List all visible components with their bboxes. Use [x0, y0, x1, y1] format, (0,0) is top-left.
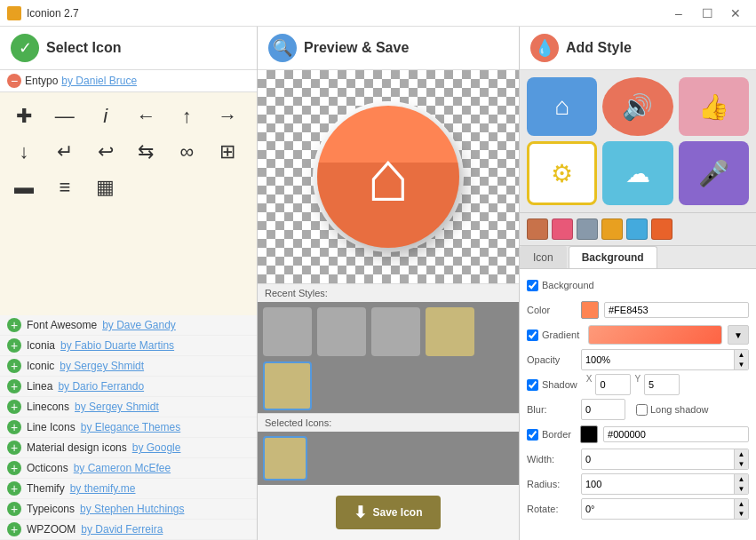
font-item[interactable]: + Line Icons by Elegance Themes — [0, 417, 257, 438]
recent-style-thumb[interactable] — [263, 361, 312, 410]
font-item-author[interactable]: by Dario Ferrando — [58, 380, 144, 393]
background-check[interactable]: Background — [527, 280, 594, 291]
font-item-author[interactable]: by Cameron McEfee — [74, 462, 171, 474]
icon-cell[interactable]: ▦ — [89, 171, 123, 204]
font-item[interactable]: + Material design icons by Google — [0, 438, 257, 458]
radius-input[interactable] — [582, 477, 734, 491]
icon-cell[interactable]: ↑ — [170, 99, 203, 133]
shadow-check[interactable]: Shadow — [527, 379, 577, 391]
maximize-button[interactable]: ☐ — [694, 0, 720, 27]
style-thumb[interactable]: ⚙ — [527, 141, 597, 205]
style-thumb[interactable]: 👍 — [679, 77, 749, 136]
font-item-author[interactable]: by Sergey Shmidt — [75, 401, 159, 413]
border-color-input[interactable] — [603, 426, 749, 442]
font-item[interactable]: + Linea by Dario Ferrando — [0, 377, 257, 397]
style-thumb[interactable]: 🎤 — [679, 141, 749, 205]
style-thumb[interactable]: ☁ — [602, 141, 672, 205]
close-button[interactable]: ✕ — [722, 0, 749, 27]
swatch[interactable] — [626, 218, 648, 240]
font-item-author[interactable]: by David Ferreira — [81, 523, 163, 536]
style-thumb[interactable]: 🔊 — [602, 77, 672, 136]
font-item[interactable]: + Octicons by Cameron McEfee — [0, 458, 257, 479]
gradient-check[interactable]: Gradient — [527, 330, 579, 341]
border-color-swatch[interactable] — [580, 425, 598, 443]
font-item[interactable]: + Linecons by Sergey Shmidt — [0, 397, 257, 417]
minimize-button[interactable]: – — [665, 0, 692, 27]
shadow-x-input[interactable] — [596, 377, 631, 392]
font-item-author[interactable]: by Sergey Shmidt — [60, 360, 144, 372]
swatch[interactable] — [651, 218, 672, 240]
font-item-name: Linea — [27, 380, 52, 393]
shadow-checkbox[interactable] — [527, 379, 538, 391]
font-item[interactable]: + Iconic by Sergey Shmidt — [0, 356, 257, 377]
icon-grid: ✚ — i ← ↑ → ↓ ↵ ↩ ⇆ ∞ ⊞ ▬ ≡ ▦ — [4, 96, 253, 208]
recent-style-thumb[interactable] — [317, 307, 366, 356]
gradient-dropdown-button[interactable]: ▼ — [728, 325, 749, 345]
font-item-author[interactable]: by themify.me — [70, 482, 136, 495]
opacity-input[interactable] — [582, 353, 734, 367]
border-check[interactable]: Border — [527, 429, 571, 441]
icon-cell[interactable]: ↩ — [89, 135, 123, 169]
blur-input[interactable] — [582, 402, 625, 417]
width-input[interactable] — [582, 452, 734, 466]
recent-style-thumb[interactable] — [426, 307, 474, 356]
swatch[interactable] — [577, 218, 598, 240]
icon-cell[interactable]: i — [89, 99, 123, 133]
tab-icon[interactable]: Icon — [520, 246, 567, 268]
icon-cell[interactable]: ← — [129, 99, 163, 133]
font-item-author[interactable]: by Elegance Themes — [81, 421, 181, 433]
tab-background[interactable]: Background — [569, 246, 657, 268]
rotate-input[interactable] — [582, 502, 734, 516]
remove-font-button[interactable]: − — [7, 74, 21, 88]
recent-style-thumb[interactable] — [263, 307, 312, 356]
recent-style-thumb[interactable] — [371, 307, 420, 356]
icon-cell[interactable]: ▬ — [7, 171, 41, 204]
rotate-down-button[interactable]: ▼ — [734, 509, 748, 519]
font-item-author[interactable]: by Dave Gandy — [102, 319, 176, 331]
width-up-button[interactable]: ▲ — [734, 449, 748, 459]
font-item[interactable]: + Typeicons by Stephen Hutchings — [0, 499, 257, 520]
font-item[interactable]: + Iconia by Fabio Duarte Martins — [0, 336, 257, 356]
font-item-author[interactable]: by Stephen Hutchings — [80, 503, 184, 515]
icon-cell[interactable]: ✚ — [7, 99, 41, 133]
font-item-author[interactable]: by Fabio Duarte Martins — [60, 339, 174, 352]
long-shadow-check[interactable]: Long shadow — [636, 404, 708, 416]
icon-cell[interactable]: ≡ — [48, 171, 82, 204]
icon-cell[interactable]: ↓ — [7, 135, 41, 169]
icon-cell[interactable]: ↵ — [48, 135, 82, 169]
radius-up-button[interactable]: ▲ — [734, 474, 748, 484]
icon-cell[interactable]: ⇆ — [129, 135, 163, 169]
style-thumb[interactable]: ⌂ — [527, 77, 597, 136]
radius-down-button[interactable]: ▼ — [734, 484, 748, 494]
icon-cell[interactable]: → — [211, 99, 244, 133]
swatch[interactable] — [601, 218, 623, 240]
shadow-y-input[interactable] — [645, 377, 680, 392]
long-shadow-checkbox[interactable] — [636, 404, 648, 416]
background-checkbox[interactable] — [527, 280, 538, 291]
gradient-checkbox[interactable] — [527, 330, 538, 341]
font-item[interactable]: + WPZOOM by David Ferreira — [0, 520, 257, 540]
selected-icon-thumb[interactable] — [263, 436, 307, 480]
swatch[interactable] — [552, 218, 573, 240]
background-row: Background — [527, 274, 749, 296]
width-label: Width: — [527, 454, 576, 465]
opacity-up-button[interactable]: ▲ — [734, 350, 748, 360]
gradient-preview[interactable] — [588, 325, 722, 345]
icon-cell[interactable]: ∞ — [170, 135, 203, 169]
width-down-button[interactable]: ▼ — [734, 459, 748, 469]
current-font-author[interactable]: by Daniel Bruce — [61, 75, 137, 87]
border-checkbox[interactable] — [527, 429, 538, 441]
font-item[interactable]: + Themify by themify.me — [0, 479, 257, 499]
icon-grid-container[interactable]: ✚ — i ← ↑ → ↓ ↵ ↩ ⇆ ∞ ⊞ ▬ ≡ ▦ — [0, 92, 257, 315]
swatch[interactable] — [527, 218, 548, 240]
opacity-row: Opacity ▲ ▼ — [527, 349, 749, 370]
color-hex-input[interactable] — [604, 302, 749, 318]
rotate-up-button[interactable]: ▲ — [734, 499, 748, 509]
color-swatch[interactable] — [581, 301, 599, 319]
icon-cell[interactable]: — — [48, 99, 82, 133]
save-icon-button[interactable]: ⬇ Save Icon — [336, 496, 440, 529]
font-item-author[interactable]: by Google — [132, 441, 181, 454]
font-item[interactable]: + Font Awesome by Dave Gandy — [0, 315, 257, 336]
icon-cell[interactable]: ⊞ — [211, 135, 244, 169]
opacity-down-button[interactable]: ▼ — [734, 360, 748, 369]
